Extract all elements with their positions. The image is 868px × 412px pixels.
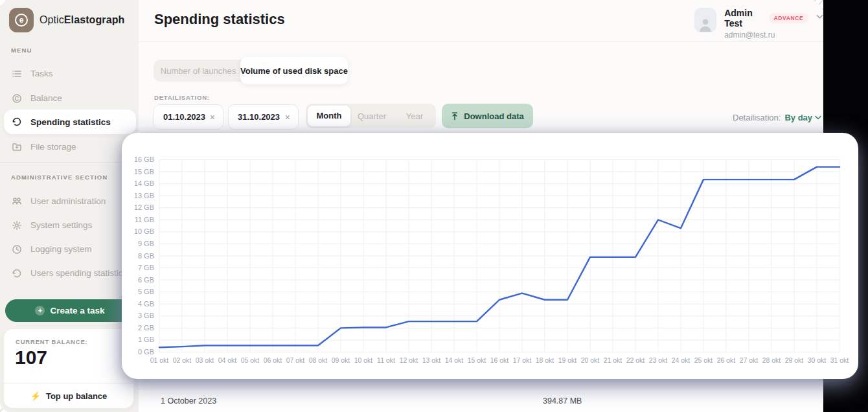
detailisation-value[interactable]: By day [784, 113, 821, 122]
period-option-quarter[interactable]: Quarter [350, 111, 393, 121]
page-title: Spending statistics [154, 11, 285, 28]
upload-icon [451, 112, 459, 120]
period-option-month[interactable]: Month [308, 106, 350, 126]
svg-text:28 okt: 28 okt [762, 356, 781, 364]
logo-icon: e [9, 8, 34, 32]
svg-text:29 okt: 29 okt [785, 356, 804, 364]
menu-section-label: MENU [11, 47, 32, 54]
svg-text:5 GB: 5 GB [138, 288, 154, 295]
detailisation-label: DETAILISATION: [154, 94, 210, 101]
clock-icon [12, 244, 22, 255]
date-from-input[interactable]: 01.10.2023 × [154, 104, 223, 130]
download-data-button[interactable]: Download data [442, 104, 533, 128]
sidebar-divider [0, 162, 139, 163]
clear-date-from-icon[interactable]: × [210, 113, 215, 122]
report-tab-group: Number of launches Volume of used disk s… [154, 60, 348, 82]
svg-text:01 okt: 01 okt [150, 356, 169, 364]
svg-text:1 GB: 1 GB [138, 336, 154, 343]
users-icon [12, 196, 22, 207]
gear-icon [12, 220, 22, 231]
lightning-icon: ⚡ [30, 391, 41, 401]
chevron-down-icon [815, 115, 821, 120]
svg-text:18 okt: 18 okt [536, 356, 554, 364]
svg-text:3 GB: 3 GB [138, 312, 154, 319]
svg-text:6 GB: 6 GB [138, 276, 154, 284]
row-date: 1 October 2023 [161, 396, 216, 406]
svg-text:31 okt: 31 okt [830, 356, 849, 364]
svg-text:16 GB: 16 GB [134, 155, 154, 163]
svg-text:24 okt: 24 okt [672, 356, 691, 364]
svg-text:22 okt: 22 okt [626, 356, 645, 364]
svg-text:12 okt: 12 okt [400, 356, 418, 364]
svg-text:15 okt: 15 okt [468, 356, 486, 364]
svg-text:11 okt: 11 okt [377, 356, 395, 364]
sidebar-item-file-storage[interactable]: File storage [0, 135, 139, 159]
svg-text:07 okt: 07 okt [286, 356, 305, 364]
svg-text:14 GB: 14 GB [134, 179, 154, 187]
svg-text:13 okt: 13 okt [422, 356, 441, 364]
svg-text:10 GB: 10 GB [134, 227, 154, 235]
svg-text:27 okt: 27 okt [740, 356, 759, 364]
tasks-icon [12, 69, 22, 79]
svg-text:0 GB: 0 GB [138, 348, 154, 356]
svg-text:19 okt: 19 okt [558, 356, 577, 364]
plan-badge: ADVANCE [769, 13, 809, 23]
svg-text:23 okt: 23 okt [649, 356, 668, 364]
sidebar-item-balance[interactable]: Balance [0, 86, 139, 110]
header-divider [139, 41, 823, 42]
svg-text:8 GB: 8 GB [138, 252, 154, 260]
history-icon [12, 268, 22, 279]
tab-number-of-launches[interactable]: Number of launches [154, 60, 243, 82]
svg-text:2 GB: 2 GB [138, 324, 154, 332]
svg-text:12 GB: 12 GB [134, 203, 154, 211]
table-row[interactable]: 1 October 2023 394.87 MB [139, 389, 823, 412]
chevron-down-icon[interactable] [816, 14, 823, 19]
svg-text:9 GB: 9 GB [138, 240, 154, 247]
svg-text:17 okt: 17 okt [513, 356, 532, 364]
svg-text:26 okt: 26 okt [717, 356, 736, 364]
plus-icon: + [35, 306, 45, 315]
clear-date-to-icon[interactable]: × [285, 113, 290, 122]
svg-text:20 okt: 20 okt [581, 356, 600, 364]
spending-chart-card: 0 GB1 GB2 GB3 GB4 GB5 GB6 GB7 GB8 GB9 GB… [122, 133, 858, 379]
user-email: admin@test.ru [724, 30, 808, 40]
svg-text:04 okt: 04 okt [218, 356, 237, 364]
balance-value: 107 [15, 347, 47, 369]
app-logo[interactable]: e OpticElastograph [9, 8, 124, 32]
sidebar-item-users-spending-statistics[interactable]: Users spending statistics [0, 261, 139, 285]
balance-label: CURRENT BALANCE: [16, 338, 88, 345]
top-up-balance-button[interactable]: ⚡ Top up balance [4, 383, 133, 408]
period-segmented-control: Month Quarter Year [306, 104, 436, 128]
user-menu[interactable]: Admin Test ADVANCE admin@test.ru [694, 8, 823, 40]
svg-text:05 okt: 05 okt [241, 356, 260, 364]
svg-text:03 okt: 03 okt [196, 356, 214, 364]
svg-text:16 okt: 16 okt [490, 356, 509, 364]
create-task-button[interactable]: + Create a task [5, 299, 135, 322]
detailisation-dropdown: Detailisation: By day [733, 113, 821, 122]
sidebar-item-spending-statistics[interactable]: Spending statistics [4, 109, 136, 134]
history-icon [12, 117, 22, 127]
row-disk-usage: 394.87 MB [543, 396, 582, 406]
svg-text:25 okt: 25 okt [694, 356, 713, 364]
file-storage-icon [12, 142, 22, 152]
sidebar-item-tasks[interactable]: Tasks [0, 62, 139, 86]
sidebar: e OpticElastograph MENU Tasks Balance Sp… [0, 0, 139, 412]
svg-text:30 okt: 30 okt [808, 356, 827, 364]
person-icon [697, 16, 714, 32]
period-option-year[interactable]: Year [393, 111, 436, 121]
sidebar-item-logging-system[interactable]: Logging system [0, 237, 139, 261]
tab-volume-of-used-disk-space[interactable]: Volume of used disk space [240, 57, 348, 84]
svg-text:4 GB: 4 GB [138, 300, 154, 308]
brand-title: OpticElastograph [40, 14, 124, 26]
date-to-input[interactable]: 31.10.2023 × [228, 104, 299, 130]
sidebar-item-user-administration[interactable]: User administration [0, 189, 139, 213]
disk-usage-line-chart: 0 GB1 GB2 GB3 GB4 GB5 GB6 GB7 GB8 GB9 GB… [122, 133, 858, 379]
svg-text:08 okt: 08 okt [309, 356, 328, 364]
svg-text:13 GB: 13 GB [134, 192, 154, 200]
svg-text:02 okt: 02 okt [173, 356, 192, 364]
balance-icon [12, 93, 22, 104]
svg-text:10 okt: 10 okt [354, 356, 373, 364]
svg-text:06 okt: 06 okt [264, 356, 282, 364]
svg-text:14 okt: 14 okt [445, 356, 464, 364]
sidebar-item-system-settings[interactable]: System settings [0, 213, 139, 237]
